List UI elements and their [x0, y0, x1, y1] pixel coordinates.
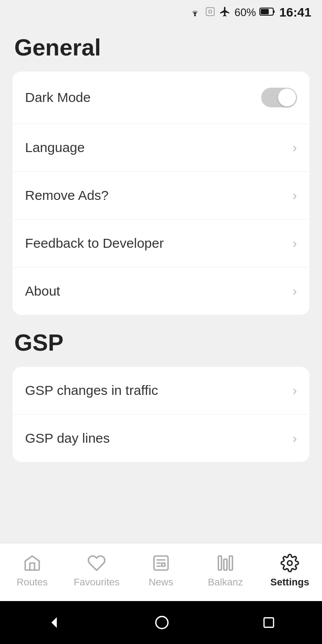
remove-ads-item[interactable]: Remove Ads? › — [13, 172, 309, 220]
svg-rect-7 — [273, 10, 275, 13]
feedback-item[interactable]: Feedback to Developer › — [13, 220, 309, 267]
svg-rect-15 — [224, 559, 227, 570]
gear-icon — [279, 552, 301, 574]
status-bar: 60% 16:41 — [0, 0, 322, 25]
feedback-label: Feedback to Developer — [25, 236, 164, 251]
about-label: About — [25, 284, 60, 299]
status-icons: 60% 16:41 — [189, 5, 311, 20]
dark-mode-toggle[interactable] — [261, 88, 297, 107]
nav-item-news[interactable]: News — [129, 552, 193, 588]
gsp-traffic-label: GSP changes in traffic — [25, 383, 158, 398]
feedback-chevron: › — [292, 236, 297, 251]
remove-ads-label: Remove Ads? — [25, 188, 109, 203]
nav-label-favourites: Favourites — [74, 576, 120, 588]
nav-item-favourites[interactable]: Favourites — [64, 552, 129, 588]
language-chevron: › — [292, 140, 297, 155]
airplane-icon — [219, 6, 231, 19]
battery-icon — [259, 7, 275, 18]
nav-item-routes[interactable]: Routes — [0, 552, 64, 588]
svg-rect-13 — [162, 563, 165, 566]
gsp-traffic-chevron: › — [292, 383, 297, 398]
svg-point-0 — [194, 15, 196, 17]
heart-icon — [86, 552, 107, 574]
nav-label-balkanz: Balkanz — [208, 576, 243, 588]
language-item[interactable]: Language › — [13, 124, 309, 172]
android-nav-bar — [0, 601, 322, 644]
svg-marker-18 — [51, 617, 57, 628]
svg-rect-9 — [154, 556, 168, 570]
bottom-nav: Routes Favourites News — [0, 543, 322, 601]
home-button[interactable] — [154, 614, 170, 631]
status-time: 16:41 — [279, 5, 311, 20]
toggle-knob — [278, 89, 296, 106]
about-item[interactable]: About › — [13, 267, 309, 315]
dark-mode-label: Dark Mode — [25, 90, 91, 105]
back-button[interactable] — [46, 614, 62, 631]
language-label: Language — [25, 140, 85, 155]
news-icon — [150, 552, 172, 574]
svg-point-19 — [156, 617, 168, 629]
about-chevron: › — [292, 284, 297, 299]
svg-rect-20 — [264, 618, 274, 627]
sim-icon — [205, 6, 216, 19]
svg-point-17 — [288, 560, 292, 565]
remove-ads-chevron: › — [292, 188, 297, 203]
general-card: Dark Mode Language › Remove Ads? › Feedb… — [13, 72, 309, 315]
home-icon — [21, 552, 43, 574]
svg-rect-1 — [206, 8, 214, 16]
gsp-card: GSP changes in traffic › GSP day lines › — [13, 367, 309, 462]
recents-button[interactable] — [262, 615, 276, 630]
gsp-day-label: GSP day lines — [25, 431, 110, 446]
nav-item-settings[interactable]: Settings — [258, 552, 322, 588]
nav-label-news: News — [148, 576, 173, 588]
gsp-section-title: GSP — [14, 329, 309, 356]
gsp-traffic-item[interactable]: GSP changes in traffic › — [13, 367, 309, 415]
nav-item-balkanz[interactable]: Balkanz — [193, 552, 258, 588]
main-content: General Dark Mode Language › Remove Ads?… — [0, 25, 322, 543]
gsp-day-item[interactable]: GSP day lines › — [13, 415, 309, 462]
svg-rect-14 — [218, 556, 221, 570]
nav-label-settings: Settings — [271, 576, 309, 588]
nav-label-routes: Routes — [17, 576, 48, 588]
svg-rect-8 — [261, 9, 269, 14]
balkanz-icon — [215, 552, 236, 574]
wifi-icon — [189, 7, 201, 18]
svg-rect-16 — [229, 556, 233, 570]
battery-percentage: 60% — [234, 6, 256, 19]
general-section-title: General — [14, 34, 309, 61]
dark-mode-item[interactable]: Dark Mode — [13, 72, 309, 124]
gsp-day-chevron: › — [292, 431, 297, 446]
